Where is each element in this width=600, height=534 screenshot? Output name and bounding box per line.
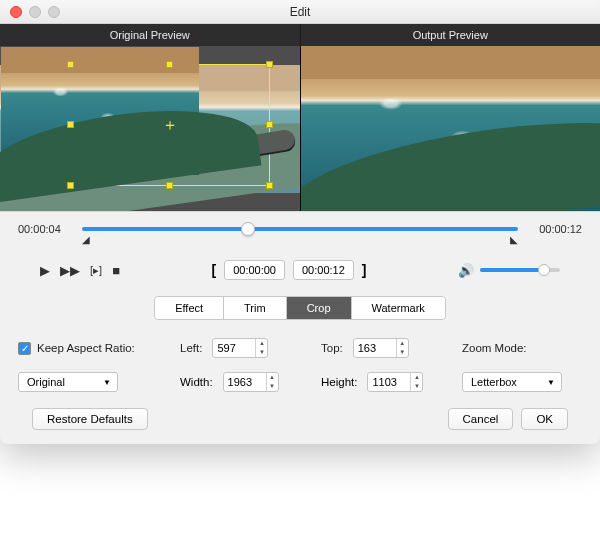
output-preview-pane — [301, 46, 601, 211]
stop-icon[interactable]: ■ — [112, 263, 120, 278]
in-marker-icon[interactable]: ◢ — [82, 234, 90, 245]
crop-handle[interactable] — [266, 61, 273, 68]
out-marker-icon[interactable]: ◣ — [510, 234, 518, 245]
width-label: Width: — [180, 376, 217, 388]
keep-aspect-ratio-label: Keep Aspect Ratio: — [37, 342, 135, 354]
stepper-up-icon[interactable]: ▲ — [256, 339, 267, 348]
left-label: Left: — [180, 342, 206, 354]
stepper-up-icon[interactable]: ▲ — [397, 339, 408, 348]
stepper-down-icon[interactable]: ▼ — [256, 348, 267, 357]
stepper-down-icon[interactable]: ▼ — [411, 382, 422, 391]
zoom-mode-select[interactable]: Letterbox ▼ — [462, 372, 562, 392]
left-stepper[interactable]: ▲▼ — [212, 338, 268, 358]
timeline-start-time: 00:00:04 — [18, 223, 72, 235]
chevron-down-icon: ▼ — [103, 378, 111, 387]
top-stepper[interactable]: ▲▼ — [353, 338, 409, 358]
width-stepper[interactable]: ▲▼ — [223, 372, 279, 392]
fast-forward-icon[interactable]: ▶▶ — [60, 263, 80, 278]
height-label: Height: — [321, 376, 361, 388]
window-title: Edit — [0, 5, 600, 19]
zoom-mode-label: Zoom Mode: — [462, 342, 582, 354]
timeline-track[interactable] — [82, 222, 518, 236]
crop-handle[interactable] — [166, 61, 173, 68]
height-stepper[interactable]: ▲▼ — [367, 372, 423, 392]
volume-slider[interactable] — [480, 268, 560, 272]
aspect-ratio-value: Original — [27, 376, 65, 388]
titlebar: Edit — [0, 0, 600, 24]
tab-effect[interactable]: Effect — [155, 297, 224, 319]
tab-crop[interactable]: Crop — [287, 297, 352, 319]
height-field[interactable] — [368, 373, 410, 391]
volume-icon[interactable]: 🔊 — [458, 263, 474, 278]
original-preview-pane[interactable]: ＋ — [0, 46, 301, 211]
top-label: Top: — [321, 342, 347, 354]
playback-controls: ▶ ▶▶ [▸] ■ — [40, 263, 120, 278]
restore-defaults-button[interactable]: Restore Defaults — [32, 408, 148, 430]
edit-tabs: Effect Trim Crop Watermark — [154, 296, 446, 320]
zoom-mode-value: Letterbox — [471, 376, 517, 388]
out-point-timecode[interactable]: 00:00:12 — [293, 260, 354, 280]
stepper-up-icon[interactable]: ▲ — [267, 373, 278, 382]
next-frame-icon[interactable]: [▸] — [90, 264, 102, 277]
timeline-playhead[interactable] — [241, 222, 255, 236]
set-out-point-button[interactable]: ] — [362, 262, 367, 278]
output-preview-header: Output Preview — [301, 24, 601, 46]
crop-handle[interactable] — [266, 121, 273, 128]
set-in-point-button[interactable]: [ — [212, 262, 217, 278]
crop-handle[interactable] — [67, 61, 74, 68]
crop-handle[interactable] — [266, 182, 273, 189]
original-preview-header: Original Preview — [0, 24, 301, 46]
tab-watermark[interactable]: Watermark — [352, 297, 445, 319]
chevron-down-icon: ▼ — [547, 378, 555, 387]
stepper-down-icon[interactable]: ▼ — [397, 348, 408, 357]
ok-button[interactable]: OK — [521, 408, 568, 430]
tab-trim[interactable]: Trim — [224, 297, 287, 319]
timeline-end-time: 00:00:12 — [528, 223, 582, 235]
keep-aspect-ratio-checkbox[interactable]: ✓ — [18, 342, 31, 355]
aspect-ratio-select[interactable]: Original ▼ — [18, 372, 118, 392]
left-field[interactable] — [213, 339, 255, 357]
cancel-button[interactable]: Cancel — [448, 408, 514, 430]
crop-rectangle[interactable]: ＋ — [70, 64, 270, 186]
crop-handle[interactable] — [67, 182, 74, 189]
crop-handle[interactable] — [67, 121, 74, 128]
stepper-down-icon[interactable]: ▼ — [267, 382, 278, 391]
crop-center-crosshair-icon: ＋ — [162, 115, 178, 136]
width-field[interactable] — [224, 373, 266, 391]
crop-handle[interactable] — [166, 182, 173, 189]
in-point-timecode[interactable]: 00:00:00 — [224, 260, 285, 280]
top-field[interactable] — [354, 339, 396, 357]
play-icon[interactable]: ▶ — [40, 263, 50, 278]
stepper-up-icon[interactable]: ▲ — [411, 373, 422, 382]
